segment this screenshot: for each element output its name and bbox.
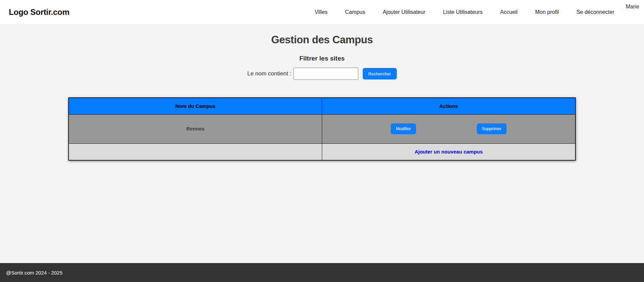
add-campus-cell: Ajouter un nouveau campus <box>322 143 576 160</box>
column-header-campus-name: Nom du Campus <box>69 98 322 114</box>
filter-heading: Filtrer les sites <box>0 55 644 62</box>
nav-item-villes[interactable]: Villes <box>315 9 328 15</box>
nav-item-ajouter-utilisateur[interactable]: Ajouter Utilisateur <box>383 9 425 15</box>
filter-form: Le nom contient : Rechercher <box>0 68 644 80</box>
brand-logo[interactable]: Logo Sortir.com <box>9 7 70 17</box>
table-row: Rennes Modifier Supprimer <box>69 114 575 143</box>
nav-item-mon-profil[interactable]: Mon profil <box>535 9 559 15</box>
nav-item-campus[interactable]: Campus <box>345 9 365 15</box>
nav-item-accueil[interactable]: Accueil <box>500 9 518 15</box>
main-nav: Villes Campus Ajouter Utilisateur Liste … <box>315 9 614 15</box>
column-header-actions: Actions <box>322 98 576 114</box>
main-content: Gestion des Campus Filtrer les sites Le … <box>0 34 644 161</box>
actions-cell: Modifier Supprimer <box>322 114 576 143</box>
search-button[interactable]: Rechercher <box>363 68 397 79</box>
nav-item-se-deconnecter[interactable]: Se déconnecter <box>576 9 614 15</box>
campus-name-cell: Rennes <box>69 114 322 143</box>
navbar: Logo Sortir.com Villes Campus Ajouter Ut… <box>0 0 644 25</box>
modify-button[interactable]: Modifier <box>391 123 416 134</box>
delete-button[interactable]: Supprimer <box>477 123 507 134</box>
copyright-text: @Sortir.com 2024 - 2025 <box>6 270 62 276</box>
actions-group: Modifier Supprimer <box>322 123 575 134</box>
table-header-row: Nom du Campus Actions <box>69 98 575 114</box>
logged-in-username: Marie <box>626 4 639 10</box>
filter-label: Le nom contient : <box>247 70 291 77</box>
campus-name: Rennes <box>186 126 204 132</box>
page-title: Gestion des Campus <box>0 34 644 46</box>
add-campus-link[interactable]: Ajouter un nouveau campus <box>415 149 483 155</box>
empty-footer-cell <box>69 143 322 160</box>
table-footer-row: Ajouter un nouveau campus <box>69 143 575 160</box>
page-footer: @Sortir.com 2024 - 2025 <box>0 263 644 282</box>
campus-table: Nom du Campus Actions Rennes Modifier Su… <box>68 97 576 161</box>
nav-item-liste-utilisateurs[interactable]: Liste Utilisateurs <box>443 9 483 15</box>
name-filter-input[interactable] <box>293 68 358 80</box>
